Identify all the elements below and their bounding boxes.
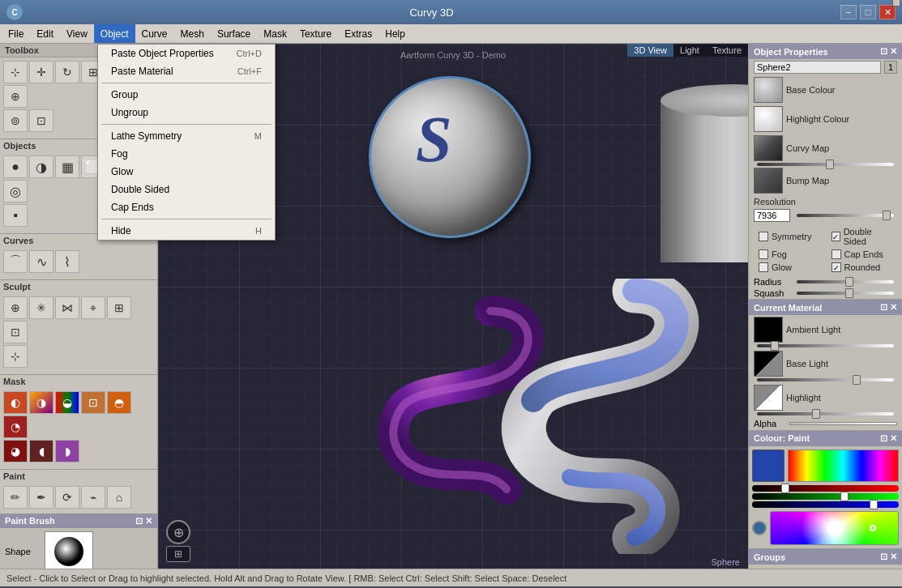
fog-item[interactable]: Fog bbox=[98, 145, 275, 163]
zoom-icon[interactable]: ⊞ bbox=[166, 546, 190, 562]
cap-ends-item[interactable]: Cap Ends bbox=[98, 198, 275, 216]
red-slider-row bbox=[752, 485, 899, 492]
curve-tool-1[interactable]: ⌒ bbox=[3, 250, 28, 273]
base-colour-thumb[interactable] bbox=[754, 77, 783, 103]
mask-6[interactable]: ◔ bbox=[3, 415, 28, 438]
ambient-light-thumb[interactable] bbox=[754, 317, 783, 343]
glow-item[interactable]: Glow bbox=[98, 163, 275, 181]
sculpt-1[interactable]: ⊕ bbox=[3, 296, 28, 319]
view-nav-icon[interactable]: ⊕ bbox=[166, 520, 190, 544]
curvy-map-thumb[interactable] bbox=[754, 135, 783, 161]
bump-map-thumb[interactable] bbox=[754, 168, 783, 194]
resolution-slider[interactable] bbox=[797, 214, 894, 217]
mask-1[interactable]: ◐ bbox=[3, 391, 28, 414]
crescent-tool[interactable]: ◑ bbox=[29, 156, 53, 178]
blue-slider[interactable] bbox=[752, 501, 899, 508]
tool-7[interactable]: ⊚ bbox=[3, 109, 28, 132]
mask-3[interactable]: ◒ bbox=[55, 391, 79, 414]
menu-object[interactable]: Object bbox=[94, 24, 135, 43]
menu-view[interactable]: View bbox=[60, 24, 94, 43]
double-sided-checkbox[interactable] bbox=[831, 232, 840, 241]
menu-extras[interactable]: Extras bbox=[338, 24, 378, 43]
mask-9[interactable]: ◗ bbox=[55, 440, 79, 462]
sphere-tool[interactable]: ● bbox=[3, 156, 28, 178]
sculpt-2[interactable]: ✳ bbox=[29, 296, 53, 319]
green-slider[interactable] bbox=[752, 493, 899, 500]
sculpt-7[interactable]: ⊹ bbox=[3, 345, 28, 368]
radius-slider[interactable] bbox=[797, 280, 894, 283]
mask-2[interactable]: ◑ bbox=[29, 391, 53, 414]
fog-checkbox[interactable] bbox=[759, 249, 768, 259]
sculpt-5[interactable]: ⊞ bbox=[107, 296, 131, 319]
colour-wheel[interactable] bbox=[770, 511, 899, 545]
paint-2[interactable]: ✒ bbox=[29, 486, 53, 509]
hue-spectrum[interactable] bbox=[788, 450, 899, 482]
lathe-symmetry-item[interactable]: Lathe Symmetry M bbox=[98, 127, 275, 145]
torus-tool[interactable]: ◎ bbox=[3, 180, 28, 202]
menu-mask[interactable]: Mask bbox=[257, 24, 293, 43]
minimize-button[interactable]: − bbox=[840, 5, 857, 19]
move-tool[interactable]: ✛ bbox=[29, 61, 53, 83]
cube-tool[interactable]: ▪ bbox=[3, 204, 28, 227]
tab-3dview[interactable]: 3D View bbox=[627, 44, 673, 57]
double-sided-item[interactable]: Double Sided bbox=[98, 181, 275, 198]
hide-item[interactable]: Hide H bbox=[98, 222, 275, 240]
select-tool[interactable]: ⊹ bbox=[3, 61, 28, 83]
resolution-input[interactable] bbox=[754, 209, 790, 222]
sculpt-3[interactable]: ⋈ bbox=[55, 296, 79, 319]
menu-surface[interactable]: Surface bbox=[211, 24, 257, 43]
orbit-tool[interactable]: ⊕ bbox=[3, 85, 28, 108]
alpha-slider[interactable] bbox=[789, 422, 897, 425]
menu-curve[interactable]: Curve bbox=[135, 24, 174, 43]
paint-1[interactable]: ✏ bbox=[3, 486, 28, 509]
rotate-tool[interactable]: ↻ bbox=[55, 61, 79, 83]
symmetry-checkbox[interactable] bbox=[759, 232, 768, 241]
object-name-input[interactable] bbox=[754, 61, 881, 74]
mask-8[interactable]: ◖ bbox=[29, 440, 53, 462]
red-slider[interactable] bbox=[752, 485, 899, 492]
menu-help[interactable]: Help bbox=[378, 24, 412, 43]
highlight-colour-thumb[interactable] bbox=[754, 106, 783, 132]
colour-swatch[interactable] bbox=[752, 450, 784, 482]
box-tool[interactable]: ▦ bbox=[55, 156, 79, 178]
symmetry-check-row: Symmetry bbox=[754, 226, 825, 247]
highlight-thumb[interactable] bbox=[754, 385, 783, 411]
tab-light[interactable]: Light bbox=[673, 44, 706, 57]
base-light-thumb[interactable] bbox=[754, 351, 783, 377]
current-colour-dot[interactable] bbox=[752, 521, 767, 535]
base-colour-row: Base Colour bbox=[749, 75, 902, 104]
mask-5[interactable]: ◓ bbox=[107, 391, 131, 414]
tab-texture[interactable]: Texture bbox=[706, 44, 748, 57]
menu-file[interactable]: File bbox=[2, 24, 30, 43]
highlight-slider[interactable] bbox=[757, 412, 894, 415]
tool-8[interactable]: ⊡ bbox=[29, 109, 53, 132]
group-item[interactable]: Group bbox=[98, 86, 275, 104]
ambient-slider[interactable] bbox=[757, 344, 894, 347]
maximize-button[interactable]: □ bbox=[860, 5, 876, 19]
glow-check-row: Glow bbox=[754, 262, 825, 273]
curve-tool-2[interactable]: ∿ bbox=[29, 250, 53, 273]
menu-edit[interactable]: Edit bbox=[30, 24, 60, 43]
paint-3[interactable]: ⟳ bbox=[55, 486, 79, 509]
ungroup-item[interactable]: Ungroup bbox=[98, 104, 275, 121]
squash-slider[interactable] bbox=[797, 292, 894, 295]
paint-brush-title: Paint Brush bbox=[5, 516, 55, 526]
squash-label: Squash bbox=[754, 288, 790, 298]
mask-4[interactable]: ⊡ bbox=[81, 391, 105, 414]
paste-material-item[interactable]: Paste Material Ctrl+F bbox=[98, 62, 275, 80]
sculpt-4[interactable]: ⌖ bbox=[81, 296, 105, 319]
curve-tool-3[interactable]: ⌇ bbox=[55, 250, 79, 273]
sculpt-6[interactable]: ⊡ bbox=[3, 321, 28, 343]
curvy-map-slider[interactable] bbox=[757, 163, 894, 166]
cap-ends-checkbox[interactable] bbox=[831, 249, 841, 259]
paint-4[interactable]: ⌁ bbox=[81, 486, 105, 509]
base-light-slider[interactable] bbox=[757, 378, 894, 381]
mask-7[interactable]: ◕ bbox=[3, 440, 28, 462]
menu-mesh[interactable]: Mesh bbox=[174, 24, 211, 43]
rounded-checkbox[interactable] bbox=[831, 262, 841, 272]
paste-object-properties-item[interactable]: Paste Object Properties Ctrl+D bbox=[98, 45, 275, 62]
close-button[interactable]: ✕ bbox=[879, 5, 896, 19]
paint-5[interactable]: ⌂ bbox=[107, 486, 131, 509]
glow-checkbox[interactable] bbox=[759, 262, 768, 272]
menu-texture[interactable]: Texture bbox=[293, 24, 338, 43]
